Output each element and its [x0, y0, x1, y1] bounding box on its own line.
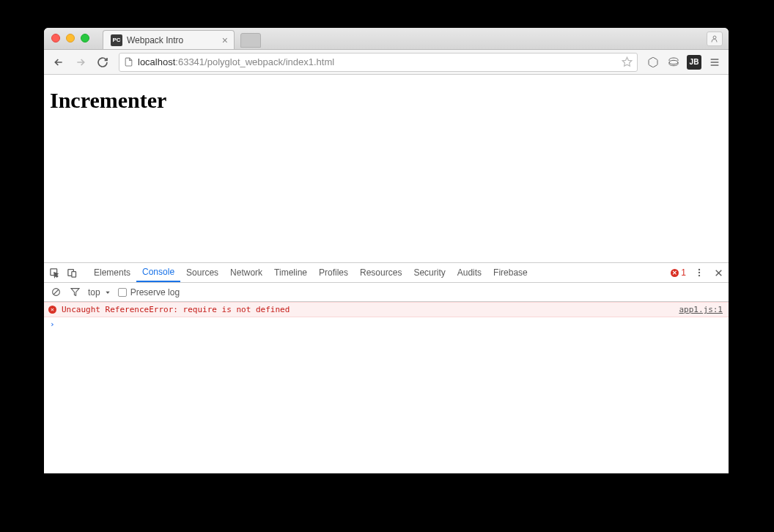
window-maximize-button[interactable]	[81, 34, 89, 43]
context-selector[interactable]: top	[88, 287, 111, 298]
devtools-tab-resources[interactable]: Resources	[354, 263, 408, 282]
browser-toolbar: localhost:63341/polyglot_webpack/index1.…	[44, 50, 729, 75]
devtools-tab-security[interactable]: Security	[408, 263, 451, 282]
svg-point-11	[699, 275, 700, 276]
preserve-log-checkbox[interactable]: Preserve log	[118, 287, 180, 298]
devtools-tabbar: Elements Console Sources Network Timelin…	[44, 263, 729, 283]
console-error-message: Uncaught ReferenceError: require is not …	[62, 305, 290, 314]
console-output: ✕ Uncaught ReferenceError: require is no…	[44, 302, 729, 473]
devtools-tab-network[interactable]: Network	[224, 263, 268, 282]
error-badge-icon: ✕	[671, 269, 679, 277]
svg-point-2	[669, 60, 678, 64]
clear-console-icon[interactable]	[50, 287, 62, 298]
devtools-tab-timeline[interactable]: Timeline	[268, 263, 313, 282]
devtools-tab-audits[interactable]: Audits	[452, 263, 487, 282]
svg-rect-8	[71, 271, 75, 277]
devtools-tab-sources[interactable]: Sources	[180, 263, 224, 282]
window-close-button[interactable]	[51, 34, 60, 43]
address-bar[interactable]: localhost:63341/polyglot_webpack/index1.…	[119, 53, 638, 72]
svg-marker-17	[106, 291, 109, 293]
traffic-lights	[51, 34, 89, 43]
jetbrains-extension-icon[interactable]: JB	[686, 54, 702, 70]
console-error-row: ✕ Uncaught ReferenceError: require is no…	[44, 302, 729, 317]
window-titlebar: PC Webpack Intro ×	[44, 28, 729, 50]
forward-button[interactable]	[72, 53, 89, 71]
page-heading: Incrementer	[50, 88, 723, 113]
devtools-tab-profiles[interactable]: Profiles	[313, 263, 354, 282]
svg-line-15	[54, 289, 59, 295]
reload-button[interactable]	[94, 53, 111, 71]
svg-point-0	[713, 36, 716, 39]
window-minimize-button[interactable]	[66, 34, 75, 43]
devtools-tab-console[interactable]: Console	[136, 263, 180, 282]
filter-icon[interactable]	[69, 287, 81, 298]
devtools-tab-firebase[interactable]: Firebase	[487, 263, 534, 282]
devtools-menu-icon[interactable]	[693, 267, 705, 278]
tab-close-icon[interactable]: ×	[222, 34, 228, 46]
profile-button[interactable]	[707, 32, 723, 46]
browser-window: PC Webpack Intro × localhost:63341/polyg…	[44, 28, 729, 473]
svg-point-10	[699, 272, 700, 273]
extension-icon-2[interactable]	[666, 54, 682, 70]
error-count-badge[interactable]: ✕ 1	[671, 267, 686, 278]
back-button[interactable]	[50, 53, 67, 71]
browser-tab[interactable]: PC Webpack Intro ×	[103, 30, 235, 49]
bookmark-icon[interactable]	[622, 56, 633, 67]
svg-point-9	[699, 269, 700, 270]
chrome-menu-button[interactable]	[707, 54, 723, 70]
new-tab-button[interactable]	[240, 33, 261, 48]
tabs-strip: PC Webpack Intro ×	[103, 28, 729, 49]
device-toggle-icon[interactable]	[66, 267, 78, 278]
site-info-icon[interactable]	[124, 56, 133, 67]
devtools-close-icon[interactable]	[712, 267, 724, 278]
error-count: 1	[681, 267, 686, 278]
tab-title: Webpack Intro	[127, 35, 183, 45]
error-row-icon: ✕	[48, 306, 56, 314]
console-filterbar: top Preserve log	[44, 283, 729, 302]
page-viewport: Incrementer	[44, 75, 729, 262]
extension-icon-1[interactable]	[645, 54, 661, 70]
devtools-tab-elements[interactable]: Elements	[88, 263, 136, 282]
inspect-element-icon[interactable]	[48, 267, 60, 278]
devtools-panel: Elements Console Sources Network Timelin…	[44, 262, 729, 473]
address-path: :63341/polyglot_webpack/index1.html	[175, 56, 334, 67]
address-host: localhost	[138, 56, 175, 67]
console-prompt[interactable]	[44, 317, 729, 331]
console-source-link[interactable]: app1.js:1	[679, 305, 723, 314]
svg-marker-1	[622, 57, 632, 66]
tab-favicon: PC	[111, 34, 122, 46]
svg-marker-16	[71, 289, 79, 296]
